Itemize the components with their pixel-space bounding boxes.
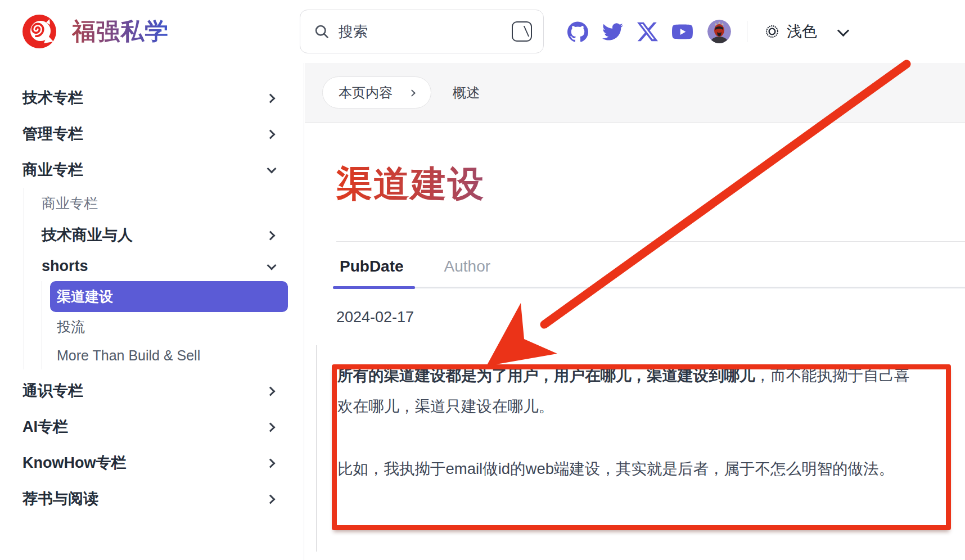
- theme-switcher[interactable]: 浅色: [764, 21, 817, 42]
- sidebar-item-shorts[interactable]: shorts: [42, 251, 288, 281]
- chevron-right-icon: [267, 93, 276, 102]
- chevron-right-icon: [267, 129, 276, 138]
- sidebar-item-more-than-build-sell[interactable]: More Than Build & Sell: [57, 342, 288, 369]
- chevron-down-icon: [267, 165, 276, 174]
- slash-shortcut-icon: [512, 21, 532, 42]
- page-toolbar: 本页内容 概述: [305, 63, 965, 123]
- chevron-right-icon: [267, 494, 276, 503]
- chevron-right-icon: [409, 89, 416, 96]
- document: 渠道建设 PubDate Author 2024-02-17 所有的渠道建设都是…: [305, 123, 965, 552]
- x-icon[interactable]: [637, 21, 658, 42]
- header-divider: [747, 21, 747, 42]
- shorts-group: 渠道建设 投流 More Than Build & Sell: [42, 281, 288, 369]
- chevron-right-icon: [267, 422, 276, 431]
- sun-icon: [764, 24, 780, 39]
- on-this-page-button[interactable]: 本页内容: [322, 76, 431, 109]
- sidebar-item-channel-building[interactable]: 渠道建设: [50, 281, 288, 312]
- search-icon: [314, 24, 330, 39]
- search-placeholder: 搜索: [339, 22, 503, 42]
- sidebar-item-tech-business-people[interactable]: 技术商业与人: [42, 219, 288, 251]
- chevron-right-icon: [267, 386, 276, 395]
- sidebar-item-books[interactable]: 荐书与阅读: [22, 481, 288, 517]
- ram-logo-icon: [21, 13, 57, 49]
- tab-pubdate[interactable]: PubDate: [336, 253, 407, 287]
- theme-label: 浅色: [787, 21, 817, 42]
- sidebar-item-ai[interactable]: AI专栏: [22, 409, 288, 445]
- sidebar-item-general[interactable]: 通识专栏: [22, 373, 288, 409]
- sidebar-item-business-overview[interactable]: 商业专栏: [42, 188, 288, 219]
- sidebar-item-toushi[interactable]: 投流: [57, 312, 288, 342]
- sidebar-item-management[interactable]: 管理专栏: [22, 116, 288, 152]
- social-links: [567, 21, 693, 42]
- chevron-down-icon: [267, 262, 276, 271]
- sidebar-item-knowhow[interactable]: KnowHow专栏: [22, 445, 288, 481]
- user-avatar[interactable]: [707, 20, 731, 43]
- paragraph-1: 所有的渠道建设都是为了用户，用户在哪儿，渠道建设到哪儿，而不能执拗于自己喜欢在哪…: [337, 360, 922, 422]
- chevron-right-icon: [267, 458, 276, 467]
- business-group: 商业专栏 技术商业与人 shorts 渠道建设 投流 More Than Bui…: [24, 188, 288, 369]
- title-divider: [336, 241, 965, 242]
- site-brand[interactable]: 福强私学: [0, 13, 300, 49]
- sidebar-item-tech[interactable]: 技术专栏: [22, 80, 288, 116]
- meta-tabs: PubDate Author: [336, 253, 965, 288]
- pub-date-value: 2024-02-17: [336, 309, 965, 326]
- app-header: 福强私学 搜索: [0, 0, 965, 63]
- page-title: 渠道建设: [336, 160, 485, 209]
- search-input[interactable]: 搜索: [300, 10, 544, 53]
- twitter-icon[interactable]: [602, 21, 623, 42]
- current-section-label: 概述: [453, 84, 480, 102]
- paragraph-2: 比如，我执拗于email做id的web端建设，其实就是后者，属于不怎么明智的做法…: [337, 453, 922, 484]
- youtube-icon[interactable]: [672, 21, 693, 42]
- sidebar-nav: 技术专栏 管理专栏 商业专栏 商业专栏 技术商业与人 shorts 渠道建设 投…: [0, 63, 304, 560]
- github-icon[interactable]: [567, 21, 588, 42]
- tab-author[interactable]: Author: [441, 253, 494, 287]
- site-title: 福强私学: [72, 16, 169, 47]
- article-blockquote: 所有的渠道建设都是为了用户，用户在哪儿，渠道建设到哪儿，而不能执拗于自己喜欢在哪…: [316, 345, 965, 552]
- chevron-down-icon[interactable]: [837, 25, 850, 38]
- main-content: 本页内容 概述 渠道建设 PubDate Author 2024-02-17 所…: [305, 63, 965, 560]
- sidebar-item-business[interactable]: 商业专栏: [22, 152, 288, 188]
- chevron-right-icon: [267, 231, 276, 240]
